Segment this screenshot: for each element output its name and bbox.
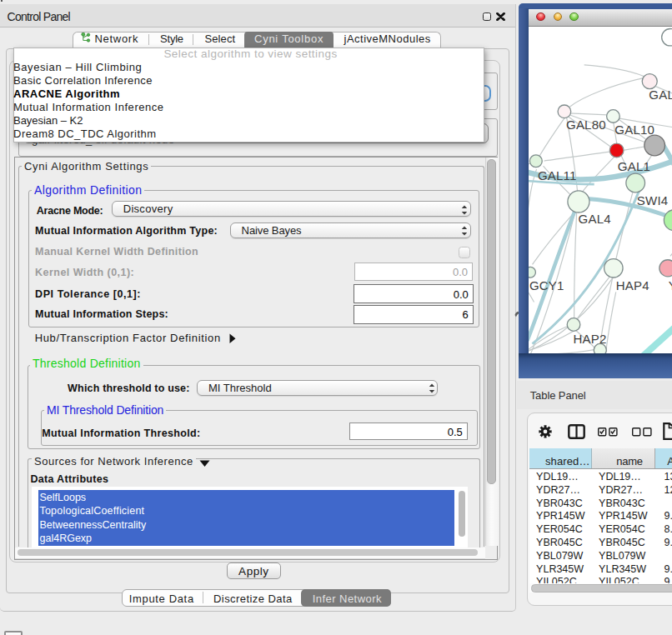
- svg-text:HAP2: HAP2: [573, 332, 606, 347]
- svg-text:Y: Y: [668, 278, 672, 292]
- svg-text:HAP4: HAP4: [615, 278, 649, 292]
- svg-text:GAL10: GAL10: [614, 123, 654, 138]
- svg-text:GAL4: GAL4: [578, 212, 610, 226]
- svg-text:GAL7: GAL7: [649, 88, 672, 102]
- svg-text:SWI4: SWI4: [636, 193, 668, 208]
- svg-text:GAL11: GAL11: [538, 168, 577, 182]
- svg-text:GAL1: GAL1: [617, 159, 649, 173]
- svg-text:GCY1: GCY1: [529, 279, 564, 293]
- svg-text:GAL80: GAL80: [566, 118, 606, 132]
